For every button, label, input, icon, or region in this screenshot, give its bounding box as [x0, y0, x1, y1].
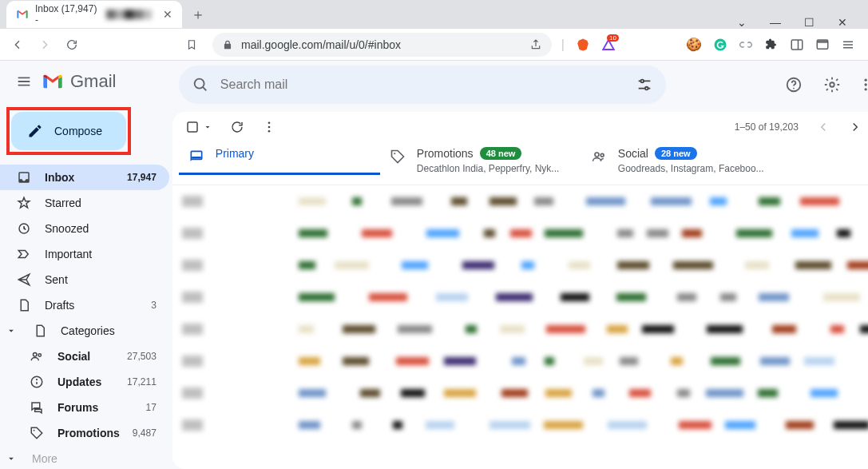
sidepanel-icon[interactable] [790, 38, 804, 52]
sidebar: Gmail Compose Inbox17,947StarredSnoozedI… [0, 61, 169, 469]
google-apps-icon[interactable] [856, 70, 868, 99]
svg-point-34 [268, 126, 270, 129]
svg-point-40 [600, 153, 604, 157]
close-tab-icon[interactable]: ✕ [163, 8, 172, 21]
sidebar-item-forums[interactable]: Forums17 [0, 395, 169, 420]
mail-row[interactable] [172, 217, 868, 249]
url-text: mail.google.com/mail/u/0/#inbox [241, 38, 401, 51]
nav-count: 9,487 [133, 427, 157, 439]
brave-icon[interactable] [576, 38, 590, 52]
nav-label: Social [57, 350, 90, 363]
svg-point-16 [194, 79, 204, 89]
mail-row[interactable] [172, 377, 868, 409]
svg-rect-32 [188, 122, 197, 132]
sidebar-item-more[interactable]: More [0, 446, 169, 469]
pagination-text: 1–50 of 19,203 [735, 121, 799, 133]
svg-point-29 [864, 88, 866, 90]
link-icon[interactable] [739, 38, 753, 52]
file-icon [32, 324, 48, 338]
nav-label: Inbox [45, 171, 74, 184]
people-icon [591, 149, 607, 174]
sidebar-item-categories[interactable]: Categories [0, 318, 169, 344]
share-icon[interactable] [529, 38, 542, 51]
browser-tab[interactable]: Inbox (17,947) - ✕ [6, 1, 182, 28]
bookmark-icon[interactable] [180, 34, 203, 56]
settings-icon[interactable] [818, 70, 846, 99]
reload-button[interactable] [61, 34, 83, 56]
nav-label: Forums [57, 401, 98, 414]
sidebar-item-updates[interactable]: Updates17,211 [0, 369, 169, 395]
search-input[interactable] [220, 78, 624, 92]
extensions-icon[interactable] [764, 38, 779, 52]
sidebar-item-sent[interactable]: Sent [0, 267, 169, 292]
url-bar[interactable]: mail.google.com/mail/u/0/#inbox [212, 33, 552, 57]
search-options-icon[interactable] [636, 76, 653, 93]
nav-count: 3 [151, 300, 157, 311]
tab-promotions[interactable]: Promotions48 new Decathlon India, Pepper… [380, 142, 581, 185]
gmail-logo[interactable]: Gmail [42, 70, 116, 93]
svg-point-1 [715, 38, 727, 50]
svg-line-17 [203, 87, 206, 90]
sidebar-item-important[interactable]: Important [0, 241, 169, 267]
mail-row[interactable] [172, 345, 868, 377]
select-all[interactable] [185, 120, 212, 134]
compose-button[interactable]: Compose [11, 112, 126, 150]
caret-down-icon[interactable] [3, 325, 19, 336]
mail-row[interactable] [172, 249, 868, 281]
browser-tab-title: Inbox (17,947) - [35, 3, 100, 26]
tab-primary-label: Primary [216, 147, 254, 160]
sidebar-item-snoozed[interactable]: Snoozed [0, 216, 169, 241]
sidebar-item-starred[interactable]: Starred [0, 190, 169, 216]
compose-wrap: Compose [6, 107, 131, 155]
support-icon[interactable] [779, 70, 808, 99]
sidebar-item-social[interactable]: Social27,503 [0, 344, 169, 369]
tab-primary[interactable]: Primary [179, 142, 380, 175]
wallet-icon[interactable] [815, 38, 830, 52]
tab-promotions-sub: Decathlon India, Pepperfry, Nyk... [417, 163, 560, 174]
gmail-favicon [16, 8, 29, 21]
svg-point-23 [864, 79, 866, 81]
browser-menu-icon[interactable] [841, 38, 855, 52]
refresh-button[interactable] [230, 120, 244, 134]
next-page-button[interactable] [848, 120, 862, 134]
main-menu-icon[interactable] [14, 72, 34, 91]
send-icon [16, 272, 32, 287]
svg-rect-2 [791, 40, 803, 50]
maximize-window-icon[interactable]: ☐ [799, 16, 818, 29]
nav-count: 17,947 [127, 172, 157, 183]
cookie-icon[interactable]: 🍪 [686, 37, 702, 52]
browser-titlebar: Inbox (17,947) - ✕ ＋ ⌄ — ☐ ✕ [0, 0, 868, 29]
sidebar-item-drafts[interactable]: Drafts3 [0, 292, 169, 318]
svg-point-35 [268, 130, 270, 133]
triangle-icon[interactable]: 10 [601, 38, 616, 52]
tab-title-redacted [106, 10, 152, 19]
forward-button[interactable] [34, 34, 56, 56]
search-bar[interactable] [179, 66, 666, 104]
chevron-down-icon[interactable]: ⌄ [732, 16, 751, 29]
browser-toolbar: mail.google.com/mail/u/0/#inbox | 10 🍪 [0, 29, 868, 61]
grammarly-icon[interactable] [713, 38, 727, 52]
mail-row[interactable] [172, 313, 868, 345]
people-icon [29, 349, 45, 364]
svg-point-19 [645, 87, 648, 90]
new-tab-button[interactable]: ＋ [187, 3, 209, 26]
sidebar-item-inbox[interactable]: Inbox17,947 [0, 165, 169, 190]
badge-social: 28 new [655, 147, 697, 160]
sidebar-item-promotions[interactable]: Promotions9,487 [0, 420, 169, 446]
mail-row[interactable] [172, 281, 868, 313]
clock-icon [16, 221, 32, 236]
nav-count: 17 [145, 402, 156, 413]
more-menu-icon[interactable] [262, 120, 276, 134]
svg-point-15 [34, 430, 35, 431]
nav-label: Updates [57, 376, 101, 388]
minimize-window-icon[interactable]: — [766, 16, 785, 29]
tab-promotions-label: Promotions [417, 147, 474, 160]
tab-social[interactable]: Social28 new Goodreads, Instagram, Faceb… [581, 142, 783, 185]
prev-page-button[interactable] [816, 120, 830, 134]
mail-row[interactable] [172, 185, 868, 217]
mail-row[interactable] [172, 409, 868, 441]
back-button[interactable] [6, 34, 29, 56]
svg-point-26 [864, 83, 866, 85]
close-window-icon[interactable]: ✕ [833, 16, 852, 29]
caret-down-icon[interactable] [203, 122, 212, 132]
